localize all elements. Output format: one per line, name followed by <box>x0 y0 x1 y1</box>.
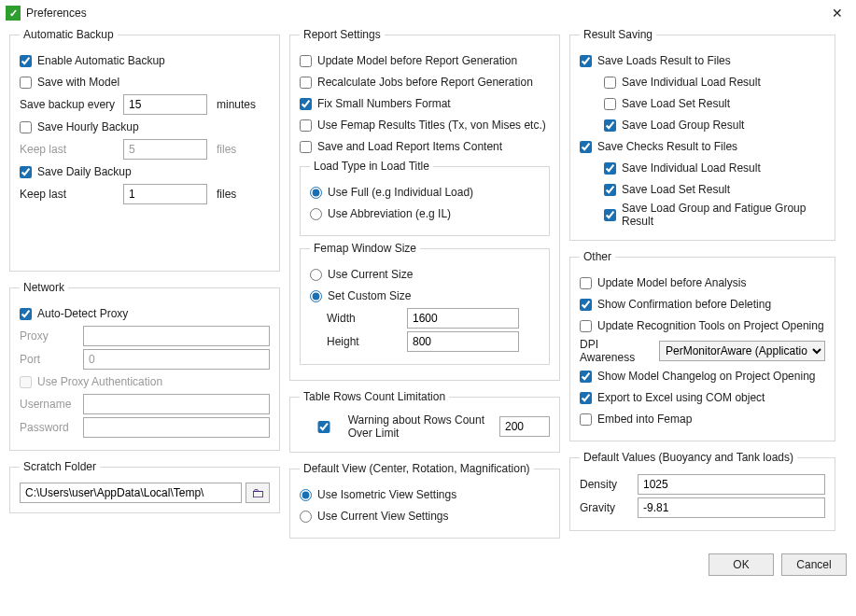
gravity-input[interactable] <box>638 497 825 518</box>
automatic-backup-group: Automatic Backup Enable Automatic Backup… <box>9 28 280 272</box>
proxy-input <box>83 326 270 346</box>
gravity-label: Gravity <box>580 501 632 514</box>
fix-small-numbers-checkbox[interactable]: Fix Small Numbers Format <box>300 97 451 110</box>
scratch-folder-group: Scratch Folder 🗀 <box>9 460 280 513</box>
report-settings-group: Report Settings Update Model before Repo… <box>289 28 560 381</box>
save-backup-every-input[interactable] <box>123 94 207 115</box>
proxy-label: Proxy <box>20 329 77 343</box>
update-model-report-checkbox[interactable]: Update Model before Report Generation <box>300 54 517 67</box>
export-com-checkbox[interactable]: Export to Excel using COM object <box>580 391 765 404</box>
title-bar: Preferences ✕ <box>0 0 856 24</box>
use-proxy-auth-checkbox[interactable]: Use Proxy Authentication <box>20 375 162 388</box>
username-label: Username <box>20 398 77 411</box>
report-settings-legend: Report Settings <box>300 28 385 41</box>
default-view-legend: Default View (Center, Rotation, Magnific… <box>300 462 534 475</box>
embed-femap-checkbox[interactable]: Embed into Femap <box>580 413 692 426</box>
checks-group-checkbox[interactable]: Save Load Group and Fatigue Group Result <box>604 202 825 228</box>
scratch-folder-legend: Scratch Folder <box>20 460 100 473</box>
femap-height-input[interactable] <box>407 331 519 352</box>
username-input <box>83 394 270 414</box>
save-daily-backup-checkbox[interactable]: Save Daily Backup <box>20 165 132 178</box>
default-values-group: Default Values (Buoyancy and Tank loads)… <box>569 451 835 531</box>
save-load-items-checkbox[interactable]: Save and Load Report Items Content <box>300 140 502 153</box>
auto-detect-proxy-checkbox[interactable]: Auto-Detect Proxy <box>20 307 128 320</box>
folder-icon: 🗀 <box>251 486 264 499</box>
other-group: Other Update Model before Analysis Show … <box>569 250 835 441</box>
checks-set-checkbox[interactable]: Save Load Set Result <box>604 183 730 196</box>
port-label: Port <box>20 353 77 366</box>
browse-folder-button[interactable]: 🗀 <box>246 483 270 503</box>
checks-indiv-checkbox[interactable]: Save Individual Load Result <box>604 161 761 175</box>
save-checks-to-files-checkbox[interactable]: Save Checks Result to Files <box>580 140 737 153</box>
save-loads-to-files-checkbox[interactable]: Save Loads Result to Files <box>580 54 731 67</box>
daily-keep-last-label: Keep last <box>20 188 118 201</box>
rows-limit-input[interactable] <box>499 416 550 437</box>
port-input <box>83 349 270 370</box>
femap-width-input[interactable] <box>407 308 519 329</box>
hourly-keep-last-input <box>123 139 207 160</box>
scratch-folder-input[interactable] <box>20 483 242 503</box>
update-before-analysis-checkbox[interactable]: Update Model before Analysis <box>580 276 746 289</box>
dpi-awareness-select[interactable]: PerMonitorAware (Applicatio <box>659 341 825 361</box>
enable-auto-backup-checkbox[interactable]: Enable Automatic Backup <box>20 54 165 67</box>
rows-limit-warning-checkbox[interactable]: Warning about Rows Count Over Limit <box>300 413 488 440</box>
result-saving-group: Result Saving Save Loads Result to Files… <box>569 28 835 241</box>
dpi-awareness-label: DPI Awareness <box>580 338 653 364</box>
rows-limit-group: Table Rows Count Limitation Warning abou… <box>289 390 560 453</box>
ok-button[interactable]: OK <box>709 553 774 576</box>
hourly-keep-last-label: Keep last <box>20 143 118 156</box>
femap-window-size-legend: Femap Window Size <box>310 242 420 255</box>
confirm-delete-checkbox[interactable]: Show Confirmation before Deleting <box>580 298 771 311</box>
rows-limit-legend: Table Rows Count Limitation <box>300 390 449 403</box>
loads-indiv-checkbox[interactable]: Save Individual Load Result <box>604 76 761 89</box>
network-legend: Network <box>20 281 68 294</box>
dialog-buttons: OK Cancel <box>0 548 856 585</box>
loads-group-checkbox[interactable]: Save Load Group Result <box>604 119 744 132</box>
password-input <box>83 417 270 438</box>
app-icon <box>6 6 21 21</box>
loads-set-checkbox[interactable]: Save Load Set Result <box>604 97 730 110</box>
automatic-backup-legend: Automatic Backup <box>20 28 118 41</box>
femap-height-label: Height <box>327 335 401 348</box>
minutes-suffix: minutes <box>217 98 256 111</box>
cancel-button[interactable]: Cancel <box>781 553 847 576</box>
load-type-abbr-radio[interactable]: Use Abbreviation (e.g IL) <box>310 207 451 220</box>
use-femap-titles-checkbox[interactable]: Use Femap Results Titles (Tx, von Mises … <box>300 119 546 132</box>
default-view-current-radio[interactable]: Use Current View Settings <box>300 510 449 523</box>
hourly-files-suffix: files <box>217 143 236 156</box>
default-view-group: Default View (Center, Rotation, Magnific… <box>289 462 560 539</box>
density-label: Density <box>580 478 632 491</box>
density-input[interactable] <box>638 474 825 495</box>
daily-keep-last-input[interactable] <box>123 184 207 204</box>
load-type-group: Load Type in Load Title Use Full (e.g In… <box>300 160 550 236</box>
other-legend: Other <box>580 250 615 263</box>
recalc-jobs-checkbox[interactable]: Recalculate Jobs before Report Generatio… <box>300 76 533 89</box>
show-changelog-checkbox[interactable]: Show Model Changelog on Project Opening <box>580 370 815 383</box>
save-hourly-backup-checkbox[interactable]: Save Hourly Backup <box>20 120 139 133</box>
daily-files-suffix: files <box>217 188 236 201</box>
femap-set-custom-radio[interactable]: Set Custom Size <box>310 289 411 302</box>
femap-use-current-radio[interactable]: Use Current Size <box>310 268 413 281</box>
network-group: Network Auto-Detect Proxy Proxy Port Use… <box>9 281 280 451</box>
window-title: Preferences <box>26 7 87 20</box>
password-label: Password <box>20 421 77 434</box>
update-recognition-checkbox[interactable]: Update Recognition Tools on Project Open… <box>580 319 824 332</box>
femap-width-label: Width <box>327 312 401 325</box>
save-with-model-checkbox[interactable]: Save with Model <box>20 76 119 89</box>
save-backup-every-label: Save backup every <box>20 98 118 111</box>
load-type-legend: Load Type in Load Title <box>310 160 433 173</box>
default-view-iso-radio[interactable]: Use Isometric View Settings <box>300 488 456 501</box>
result-saving-legend: Result Saving <box>580 28 656 41</box>
window-close-button[interactable]: ✕ <box>826 4 849 22</box>
femap-window-size-group: Femap Window Size Use Current Size Set C… <box>300 242 550 365</box>
default-values-legend: Default Values (Buoyancy and Tank loads) <box>580 451 797 464</box>
load-type-full-radio[interactable]: Use Full (e.g Individual Load) <box>310 186 473 199</box>
